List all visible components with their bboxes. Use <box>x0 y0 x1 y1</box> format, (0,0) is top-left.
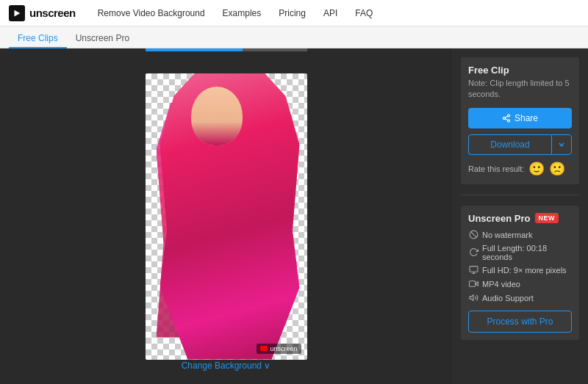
process-with-pro-button[interactable]: Process with Pro <box>468 311 572 333</box>
rate-row: Rate this result: 🙂 🙁 <box>468 161 572 177</box>
feature-length: Full Length: 00:18 seconds <box>468 244 572 261</box>
feature-no-watermark: No watermark <box>468 230 572 240</box>
refresh-icon <box>468 247 478 258</box>
logo-icon <box>9 5 25 21</box>
share-button[interactable]: Share <box>468 108 572 128</box>
pro-title: Unscreen Pro <box>468 213 531 224</box>
lips-hint <box>191 122 243 145</box>
nav-faq[interactable]: FAQ <box>348 5 380 21</box>
pro-header: Unscreen Pro NEW <box>468 213 572 224</box>
rate-sad[interactable]: 🙁 <box>549 161 565 177</box>
progress-bar-container <box>146 48 307 51</box>
rate-happy[interactable]: 🙂 <box>528 161 545 177</box>
feature-no-watermark-text: No watermark <box>482 231 532 239</box>
download-wrapper: Download <box>468 134 572 155</box>
nav-remove-video[interactable]: Remove Video Background <box>90 5 212 21</box>
share-icon <box>502 114 511 123</box>
tab-free-clips[interactable]: Free Clips <box>9 29 67 48</box>
change-background-button[interactable]: Change Background ∨ <box>182 361 271 371</box>
video-container: unscreen <box>146 73 307 360</box>
feature-mp4: MP4 video <box>468 279 572 289</box>
progress-bar-fill <box>146 48 243 51</box>
right-panel: Free Clip Note: Clip length limited to 5… <box>452 48 588 384</box>
svg-point-3 <box>503 117 505 119</box>
download-label: Download <box>490 140 529 150</box>
left-panel: unscreen Change Background ∨ <box>0 48 452 384</box>
download-button[interactable]: Download <box>468 134 551 155</box>
nav-api[interactable]: API <box>316 5 345 21</box>
tabs-bar: Free Clips Unscreen Pro <box>0 26 588 48</box>
logo: unscreen <box>9 5 76 21</box>
svg-line-5 <box>505 119 507 120</box>
section-divider <box>461 195 579 195</box>
svg-marker-14 <box>470 295 473 301</box>
mp4-icon <box>468 279 478 289</box>
pro-features-list: No watermark Full Length: 00:18 seconds … <box>468 230 572 303</box>
main-content: unscreen Change Background ∨ Free Clip N… <box>0 48 588 384</box>
feature-mp4-text: MP4 video <box>482 280 520 289</box>
pro-section: Unscreen Pro NEW No watermark Full Lengt… <box>461 206 579 340</box>
video-overlay <box>146 73 307 360</box>
dancer-preview <box>146 73 307 360</box>
no-watermark-icon <box>468 230 478 240</box>
svg-line-8 <box>470 232 476 238</box>
face-area <box>191 87 243 145</box>
svg-point-4 <box>507 120 509 122</box>
svg-point-2 <box>507 115 509 117</box>
youtube-icon <box>260 346 268 351</box>
audio-icon <box>468 293 478 303</box>
download-dropdown-button[interactable] <box>551 134 572 155</box>
video-watermark: unscreen <box>257 344 301 354</box>
free-clip-section: Free Clip Note: Clip length limited to 5… <box>461 57 579 184</box>
hd-icon <box>468 265 478 275</box>
svg-marker-12 <box>475 282 478 286</box>
header: unscreen Remove Video Background Example… <box>0 0 588 26</box>
free-clip-title: Free Clip <box>468 65 572 76</box>
rate-label: Rate this result: <box>468 164 524 173</box>
nav-examples[interactable]: Examples <box>215 5 269 21</box>
watermark-text: unscreen <box>270 345 297 352</box>
nav: Remove Video Background Examples Pricing… <box>90 5 579 21</box>
feature-audio-text: Audio Support <box>482 294 534 303</box>
feature-hd-text: Full HD: 9× more pixels <box>482 266 567 275</box>
logo-text: unscreen <box>29 7 76 19</box>
nav-pricing[interactable]: Pricing <box>271 5 313 21</box>
tab-unscreen-pro[interactable]: Unscreen Pro <box>67 29 138 48</box>
new-badge: NEW <box>535 213 559 223</box>
chevron-down-icon <box>558 141 565 148</box>
feature-audio: Audio Support <box>468 293 572 303</box>
free-clip-note: Note: Clip length limited to 5 seconds. <box>468 78 572 101</box>
svg-rect-13 <box>469 281 475 287</box>
change-bg-label: Change Background ∨ <box>182 361 271 371</box>
share-label: Share <box>514 113 538 123</box>
svg-line-6 <box>505 116 507 117</box>
feature-length-text: Full Length: 00:18 seconds <box>482 244 572 261</box>
feature-hd: Full HD: 9× more pixels <box>468 265 572 275</box>
svg-rect-9 <box>470 267 478 272</box>
